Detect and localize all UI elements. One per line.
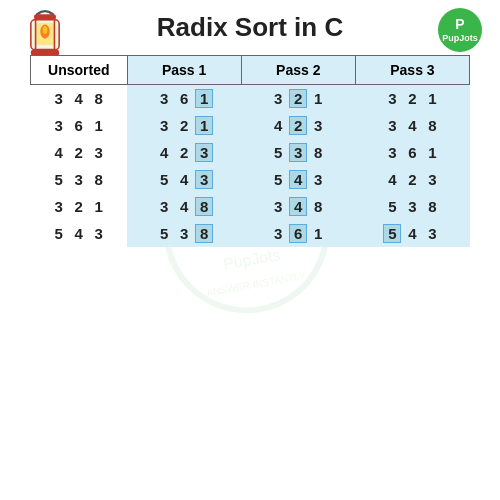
- table-cell: 348: [355, 112, 469, 139]
- table-cell: 348: [127, 193, 241, 220]
- col-header-pass2: Pass 2: [241, 56, 355, 85]
- table-cell: 361: [241, 220, 355, 247]
- table-row: 543538361543: [31, 220, 470, 247]
- table-cell: 321: [241, 85, 355, 113]
- radix-sort-table: Unsorted Pass 1 Pass 2 Pass 3 3483613213…: [30, 55, 470, 247]
- table-cell: 538: [31, 166, 128, 193]
- table-row: 361321423348: [31, 112, 470, 139]
- table-cell: 423: [355, 166, 469, 193]
- col-header-pass3: Pass 3: [355, 56, 469, 85]
- table-container: Unsorted Pass 1 Pass 2 Pass 3 3483613213…: [30, 55, 470, 247]
- logo-sub: PupJots: [442, 33, 478, 44]
- table-cell: 543: [127, 166, 241, 193]
- page-title: Radix Sort in C: [157, 12, 343, 43]
- logo-badge: P PupJots: [438, 8, 482, 52]
- table-cell: 543: [31, 220, 128, 247]
- table-cell: 538: [355, 193, 469, 220]
- table-cell: 361: [31, 112, 128, 139]
- table-cell: 348: [241, 193, 355, 220]
- table-cell: 423: [31, 139, 128, 166]
- table-row: 423423538361: [31, 139, 470, 166]
- table-cell: 543: [241, 166, 355, 193]
- table-cell: 538: [127, 220, 241, 247]
- logo-p: P: [455, 16, 464, 33]
- table-cell: 348: [31, 85, 128, 113]
- col-header-unsorted: Unsorted: [31, 56, 128, 85]
- table-cell: 543: [355, 220, 469, 247]
- table-header-row: Unsorted Pass 1 Pass 2 Pass 3: [31, 56, 470, 85]
- table-cell: 321: [127, 112, 241, 139]
- table-row: 321348348538: [31, 193, 470, 220]
- table-cell: 538: [241, 139, 355, 166]
- table-cell: 423: [241, 112, 355, 139]
- table-row: 348361321321: [31, 85, 470, 113]
- header: Radix Sort in C P PupJots: [0, 0, 500, 49]
- svg-rect-0: [34, 14, 56, 19]
- table-cell: 361: [127, 85, 241, 113]
- svg-text:ANSWER INSTANTLY: ANSWER INSTANTLY: [206, 270, 307, 298]
- table-row: 538543543423: [31, 166, 470, 193]
- table-cell: 361: [355, 139, 469, 166]
- table-cell: 423: [127, 139, 241, 166]
- table-cell: 321: [355, 85, 469, 113]
- col-header-pass1: Pass 1: [127, 56, 241, 85]
- table-cell: 321: [31, 193, 128, 220]
- svg-text:PupJots: PupJots: [222, 246, 282, 273]
- svg-point-4: [43, 26, 48, 34]
